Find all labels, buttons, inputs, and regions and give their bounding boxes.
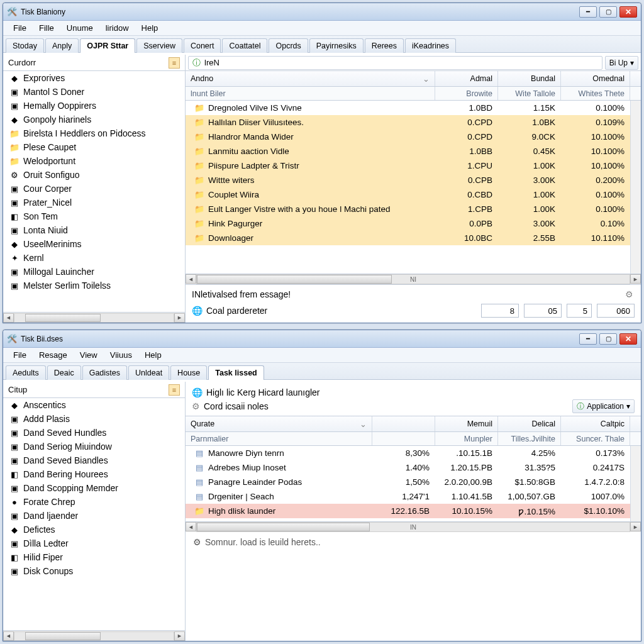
sidebar-item[interactable]: ▣Cour Corper	[3, 182, 185, 196]
sidebar-list[interactable]: ◆Anscentics▣Addd Plasis▣Dand Seved Hundl…	[3, 398, 185, 630]
scroll-left-icon[interactable]: ◄	[3, 313, 14, 323]
table-row[interactable]: 📁Hink Pagurger0.0PB3.00K0.10%	[186, 216, 630, 231]
table-row[interactable]: 📁Eult Langer Vistre with a you houe l Ma…	[186, 202, 630, 216]
sidebar-item[interactable]: ▣Mantol S Doner	[3, 85, 185, 99]
field-3[interactable]	[567, 304, 592, 318]
grid-hscroll[interactable]: ◄ NI ►	[186, 274, 641, 284]
menu-unume[interactable]: Unume	[60, 21, 99, 35]
sidebar-hscroll[interactable]: ◄ ►	[3, 312, 185, 323]
sidebar-item[interactable]: ⚙Oruit Sonfiguo	[3, 168, 185, 182]
sidebar-item[interactable]: ▣Dand Scopping Memder	[3, 481, 185, 495]
scroll-right-icon[interactable]: ►	[630, 522, 641, 531]
rows-container[interactable]: ▤Manowre Diyn tenrn8,30%.10.15.1B4.25%0.…	[186, 446, 630, 521]
tab-6[interactable]: Opcrds	[269, 38, 308, 53]
close-button[interactable]: ✕	[619, 6, 637, 18]
sidebar-item[interactable]: ◧Son Tem	[3, 209, 185, 223]
sidebar-list[interactable]: ◆Exprorives▣Mantol S Doner▣Hemally Ooppi…	[3, 71, 185, 312]
tab-1[interactable]: Anply	[45, 38, 79, 53]
sidebar-item[interactable]: 📁Welodportunt	[3, 154, 185, 168]
table-row[interactable]: ▤Adrebes Miup Inoset1.40%1.20.15.PB31.35…	[186, 460, 630, 475]
tab-9[interactable]: iKeadrines	[405, 38, 456, 53]
tab-4[interactable]: Conert	[184, 38, 221, 53]
tab-7[interactable]: Payirnesiks	[309, 38, 364, 53]
sidebar-toggle-icon[interactable]: ≡	[169, 384, 180, 396]
scroll-thumb[interactable]	[25, 632, 101, 640]
menu-file[interactable]: File	[7, 21, 33, 35]
column-header[interactable]: Admal	[435, 71, 498, 86]
sidebar-item[interactable]: ◧Hilid Fiper	[3, 550, 185, 564]
sidebar-item[interactable]: 📁Plese Caupet	[3, 140, 185, 154]
sidebar-item[interactable]: ▣Prater_Nicel	[3, 196, 185, 209]
column-headers[interactable]: Andno ⌄AdmalBundalOmednal	[186, 71, 641, 87]
sidebar-item[interactable]: ▣Melster Serlim Toilelss	[3, 279, 185, 292]
menu-help[interactable]: Help	[138, 348, 168, 362]
tab-2[interactable]: Gadistes	[82, 365, 127, 380]
tab-5[interactable]: Coattatel	[222, 38, 267, 53]
maximize-button[interactable]: ▢	[599, 6, 617, 18]
grid-hscroll[interactable]: ◄ IN ►	[186, 521, 641, 532]
sidebar-item[interactable]: ▣Dand ljaender	[3, 509, 185, 523]
sidebar-item[interactable]: ▣Millogal Lauincher	[3, 265, 185, 279]
scroll-thumb[interactable]	[197, 275, 392, 284]
table-row[interactable]: ▤Manowre Diyn tenrn8,30%.10.15.1B4.25%0.…	[186, 446, 630, 460]
sidebar-item[interactable]: ◆Exprorives	[3, 71, 185, 85]
tab-8[interactable]: Rerees	[365, 38, 404, 53]
menu-liridow[interactable]: liridow	[99, 21, 135, 35]
menu-help[interactable]: Help	[135, 21, 165, 35]
column-header[interactable]	[372, 416, 435, 431]
close-button[interactable]: ✕	[619, 333, 637, 345]
field-1[interactable]	[481, 304, 519, 318]
column-header[interactable]: Andno ⌄	[186, 71, 435, 86]
sidebar-item[interactable]: ▣Dand Seriog Miuindow	[3, 440, 185, 453]
sidebar-item[interactable]: ▣Dand Seved Biandles	[3, 453, 185, 467]
table-row[interactable]: 📁Downloager10.0BC2.55B10.110%	[186, 231, 630, 245]
table-row[interactable]: 📁Wittte witers0.CPB3.00K0.200%	[186, 173, 630, 187]
table-row[interactable]: 📁Dregnoled Vilve IS Vivne1.0BD1.15K0.100…	[186, 101, 630, 115]
sidebar-item[interactable]: ▣Dìlla Ledter	[3, 536, 185, 550]
scroll-left-icon[interactable]: ◄	[186, 522, 196, 531]
tab-3[interactable]: Sserview	[136, 38, 182, 53]
sidebar-item[interactable]: 📁Birelsta I Heddlers on Pidocess	[3, 126, 185, 140]
sidebar-toggle-icon[interactable]: ≡	[169, 57, 180, 69]
sidebar-item[interactable]: ◆Gonpoly hiarinels	[3, 113, 185, 126]
sidebar-item[interactable]: ▣Lonta Niuid	[3, 223, 185, 237]
table-row[interactable]: 📁High dlisk launder122.16.5B10.10.15%ƿ.1…	[186, 504, 630, 518]
menu-resage[interactable]: Resage	[33, 348, 74, 362]
tab-4[interactable]: House	[170, 365, 207, 380]
scroll-right-icon[interactable]: ►	[174, 631, 185, 641]
column-header[interactable]: Qurate ⌄	[186, 416, 372, 431]
application-dropdown[interactable]: ⓘ Application ▾	[572, 399, 635, 413]
tab-3[interactable]: Unldeat	[128, 365, 169, 380]
tab-0[interactable]: Stoday	[6, 38, 44, 53]
menu-viiuus[interactable]: Viiuus	[104, 348, 138, 362]
sidebar-item[interactable]: ✦Kernl	[3, 251, 185, 265]
table-row[interactable]: 📁Hlandror Manda Wider0.CPD9.0CK10.100%	[186, 130, 630, 144]
table-row[interactable]: ▤Drgeniter | Seach1,247'11.10.41.5B1,00,…	[186, 489, 630, 504]
field-2[interactable]	[524, 304, 562, 318]
tab-0[interactable]: Aedults	[6, 365, 46, 380]
sidebar-item[interactable]: ▣Dand Seved Hundles	[3, 426, 185, 440]
titlebar[interactable]: 🛠️ Tisk Blaniony ━ ▢ ✕	[3, 3, 641, 21]
scroll-right-icon[interactable]: ►	[174, 313, 185, 323]
sidebar-item[interactable]: ◆Anscentics	[3, 398, 185, 412]
menu-file[interactable]: File	[7, 348, 33, 362]
sidebar-item[interactable]: ●Forate Chrep	[3, 495, 185, 509]
gear-icon[interactable]: ⚙	[623, 289, 635, 300]
table-row[interactable]: 📁Lanmitu aaction Vidle1.0BB0.45K10.100%	[186, 144, 630, 158]
table-row[interactable]: 📁Couplet Wiira0.CBD1.00K0.100%	[186, 187, 630, 202]
column-headers[interactable]: Qurate ⌄MemuilDelicalCaltpic	[186, 416, 641, 432]
address-field[interactable]: ⓘ lreN	[188, 56, 602, 70]
table-row[interactable]: 📁Piispure Ladpter & Tristr1.CPU1.00K10,1…	[186, 158, 630, 173]
tab-1[interactable]: Deaic	[47, 365, 81, 380]
column-header[interactable]: Bundal	[498, 71, 561, 86]
table-row[interactable]: ▤Panagre Leainder Podas1,50%2.0.20,00.9B…	[186, 475, 630, 489]
menu-fille[interactable]: Fille	[33, 21, 60, 35]
rows-container[interactable]: 📁Dregnoled Vilve IS Vivne1.0BD1.15K0.100…	[186, 101, 630, 274]
vertical-scrollbar[interactable]	[630, 101, 641, 274]
sidebar-item[interactable]: ◆UseelMerinims	[3, 237, 185, 251]
column-header[interactable]: Delical	[498, 416, 561, 431]
table-row[interactable]: 📁Hallılan Diiser Viilusıtees.0.CPD1.0BK0…	[186, 115, 630, 130]
minimize-button[interactable]: ━	[579, 6, 597, 18]
scroll-left-icon[interactable]: ◄	[3, 631, 14, 641]
minimize-button[interactable]: ━	[579, 333, 597, 345]
